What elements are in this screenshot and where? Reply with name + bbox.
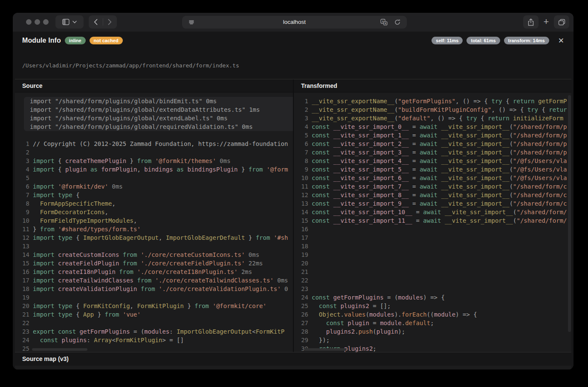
preview-import-line: import "/shared/form/plugins/global/exte…: [30, 114, 293, 122]
line-number: 16: [294, 225, 312, 233]
transformed-code-area[interactable]: 1__vite_ssr_exportName__("getFormPlugins…: [294, 93, 571, 352]
line-number: 14: [15, 250, 33, 259]
code-line: 28 plugins2.push(plugin);: [294, 327, 571, 336]
code-line: 14import createCustomIcons from './core/…: [15, 250, 293, 259]
forward-button[interactable]: [103, 19, 117, 25]
source-code-area[interactable]: import "/shared/form/plugins/global/bind…: [15, 93, 293, 352]
source-panel: Source import "/shared/form/plugins/glob…: [15, 79, 293, 352]
translate-icon[interactable]: Ax: [380, 19, 387, 26]
module-file-path: /Users/vladimir/Projects/zammad/app/fron…: [22, 62, 239, 69]
line-number: 24: [294, 293, 312, 302]
line-number: 6: [15, 182, 33, 191]
line-number: 9: [15, 208, 33, 216]
code-line: 15const __vite_ssr_import_11__ = await _…: [294, 216, 571, 225]
line-number: 25: [15, 344, 33, 352]
code-line: 11const __vite_ssr_import_7__ = await __…: [294, 182, 571, 191]
line-number: 17: [15, 276, 33, 285]
line-number: 15: [15, 259, 33, 268]
code-line: 11} from '#shared/types/form.ts': [15, 225, 293, 233]
code-line: 2__vite_ssr_exportName__("buildFormKitPl…: [294, 105, 571, 114]
module-inspector-page: Module Info inline not cached self: 11ms…: [13, 32, 574, 370]
line-number: 29: [294, 336, 312, 344]
line-number: 14: [294, 208, 312, 216]
browser-toolbar: localhost Ax +: [13, 13, 574, 32]
code-line: 4const __vite_ssr_import_0__ = await __v…: [294, 122, 571, 131]
line-number: 2: [294, 105, 312, 114]
code-line: 21: [294, 268, 571, 276]
code-line: 5const __vite_ssr_import_1__ = await __v…: [294, 131, 571, 140]
sourcemap-panel-title: Source map (v3): [15, 352, 571, 365]
code-line: 15import createFieldPlugin from './core/…: [15, 259, 293, 268]
line-number: 22: [15, 319, 33, 327]
code-line: 19: [294, 250, 571, 259]
sidebar-toggle-button[interactable]: [55, 15, 84, 29]
code-line: 3__vite_ssr_exportName__("default", () =…: [294, 114, 571, 122]
code-line: 24const getFormPlugins = (modules) => {: [294, 293, 571, 302]
line-number: 25: [294, 302, 312, 310]
line-number: 1: [15, 140, 33, 148]
line-number: 9: [294, 165, 312, 174]
preview-import-line: import "/shared/form/plugins/global/exte…: [30, 105, 293, 114]
code-line: 24 const plugins: Array<FormKitPlugin> =…: [15, 336, 293, 344]
address-bar[interactable]: localhost Ax: [182, 16, 407, 29]
line-number: 4: [294, 122, 312, 131]
code-line: 6const __vite_ssr_import_2__ = await __v…: [294, 140, 571, 148]
code-line: 22: [294, 276, 571, 285]
line-number: 16: [15, 268, 33, 276]
line-number: 11: [294, 182, 312, 191]
sidebar-icon: [62, 19, 70, 25]
url-text: localhost: [182, 16, 407, 29]
traffic-light-close[interactable]: [26, 19, 32, 25]
line-number: 10: [294, 174, 312, 182]
line-number: 17: [294, 233, 312, 242]
line-number: 8: [294, 157, 312, 165]
code-line: 10 FormFieldTypeImportModules,: [15, 216, 293, 225]
line-number: 13: [294, 199, 312, 208]
new-tab-button[interactable]: +: [540, 15, 552, 28]
inline-badge: inline: [65, 37, 86, 44]
code-line: 1__vite_ssr_exportName__("getFormPlugins…: [294, 97, 571, 105]
code-line: 20: [294, 259, 571, 268]
line-number: 3: [15, 157, 33, 165]
code-line: 12const __vite_ssr_import_8__ = await __…: [294, 191, 571, 199]
reload-icon[interactable]: [394, 19, 401, 26]
code-line: 5: [15, 174, 293, 182]
preview-import-line: import "/shared/form/plugins/global/bind…: [30, 97, 293, 105]
code-line: 17: [294, 233, 571, 242]
line-number: 19: [15, 293, 33, 302]
sourcemap-lines: 1;;;AAEA;AAAkC;AAAA;AAAA;AAAA;AAClC;AAEA…: [15, 369, 571, 370]
timing-metrics: self: 11ms total: 61ms transform: 14ms ✕: [432, 37, 564, 44]
line-number: 3: [294, 114, 312, 122]
line-number: 7: [15, 191, 33, 199]
nav-buttons-group: [89, 15, 117, 29]
sourcemap-code-area[interactable]: 1;;;AAEA;AAAkC;AAAA;AAAA;AAAA;AAClC;AAEA…: [15, 366, 571, 370]
code-line: 29 });: [294, 336, 571, 344]
code-line: 14const __vite_ssr_import_10__ = await _…: [294, 208, 571, 216]
total-time-pill: total: 61ms: [466, 37, 500, 44]
line-number: 23: [15, 327, 33, 336]
share-button[interactable]: [523, 15, 539, 29]
code-line: 19: [15, 293, 293, 302]
line-number: 6: [294, 140, 312, 148]
line-number: 8: [15, 199, 33, 208]
cache-status-badge: not cached: [90, 37, 123, 44]
back-button[interactable]: [89, 19, 103, 25]
source-hscrollbar-thumb[interactable]: [32, 348, 87, 351]
traffic-light-minimize[interactable]: [35, 19, 40, 25]
code-line: 2: [15, 148, 293, 157]
code-line: 27 const plugin = module.default;: [294, 319, 571, 327]
code-line: 20import type { FormKitConfig, FormKitPl…: [15, 302, 293, 310]
transformed-hscrollbar-thumb[interactable]: [304, 348, 347, 351]
code-line: 3import { createThemePlugin } from '@for…: [15, 157, 293, 165]
tab-overview-button[interactable]: [554, 15, 569, 29]
code-line: 9const __vite_ssr_import_5__ = await __v…: [294, 165, 571, 174]
line-number: 28: [294, 327, 312, 336]
close-icon[interactable]: ✕: [558, 37, 564, 44]
code-line: 22: [15, 319, 293, 327]
chevron-down-icon: [72, 20, 77, 23]
transformed-vscrollbar-thumb[interactable]: [568, 95, 571, 332]
traffic-light-zoom[interactable]: [43, 19, 49, 25]
source-panel-title: Source: [15, 79, 293, 92]
line-number: 21: [294, 268, 312, 276]
code-line: 13: [15, 242, 293, 250]
